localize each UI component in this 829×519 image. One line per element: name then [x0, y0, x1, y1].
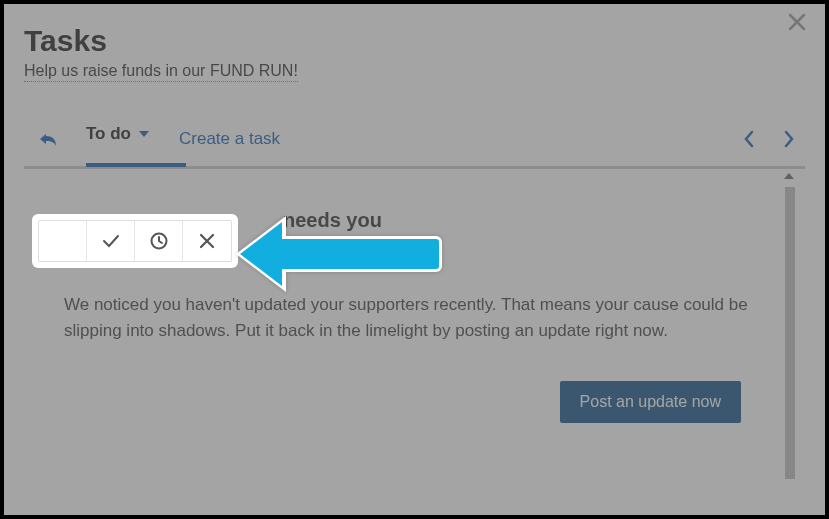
- app-frame: Tasks Help us raise funds in our FUND RU…: [0, 0, 829, 519]
- scrollbar[interactable]: [785, 187, 795, 479]
- pager: [743, 130, 799, 148]
- close-icon[interactable]: [787, 12, 807, 32]
- chevron-down-icon: [139, 130, 149, 138]
- page-title: Tasks: [24, 24, 805, 58]
- task-body: We noticed you haven't updated your supp…: [64, 292, 761, 345]
- arrow-head-icon: [240, 222, 282, 286]
- prev-button[interactable]: [743, 130, 755, 148]
- post-update-button[interactable]: Post an update now: [560, 381, 741, 423]
- filter-label: To do: [86, 124, 131, 144]
- cta-row: Post an update now: [64, 381, 761, 423]
- dismiss-button[interactable]: [183, 221, 231, 261]
- next-button[interactable]: [783, 130, 795, 148]
- action-spacer: [39, 221, 87, 261]
- task-card: XXXXXXXXXXXXXXXX needs you We noticed yo…: [24, 169, 791, 443]
- clock-icon: [149, 231, 169, 251]
- scrollbar-up-icon[interactable]: [783, 171, 795, 181]
- arrow-shaft: [282, 236, 442, 272]
- annotation-arrow: [240, 222, 442, 286]
- toolbar: To do Create a task: [24, 124, 805, 164]
- x-icon: [198, 232, 216, 250]
- reply-icon[interactable]: [38, 130, 58, 148]
- filter-dropdown[interactable]: To do: [86, 124, 149, 154]
- check-icon: [101, 231, 121, 251]
- mark-done-button[interactable]: [87, 221, 135, 261]
- task-scroll-area: XXXXXXXXXXXXXXXX needs you We noticed yo…: [24, 169, 805, 489]
- task-action-toolbar: [38, 220, 232, 262]
- active-tab-underline: [86, 163, 186, 167]
- snooze-button[interactable]: [135, 221, 183, 261]
- create-task-link[interactable]: Create a task: [179, 129, 280, 149]
- page-subtitle: Help us raise funds in our FUND RUN!: [24, 62, 298, 82]
